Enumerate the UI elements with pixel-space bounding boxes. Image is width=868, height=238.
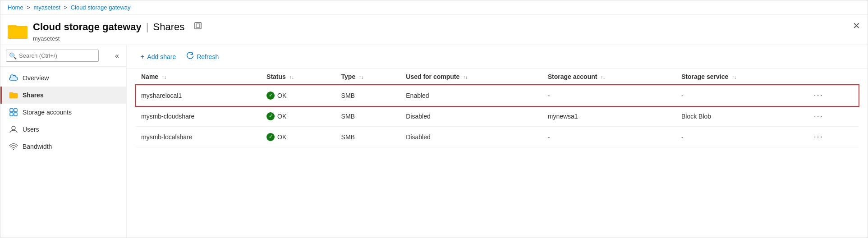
add-share-button[interactable]: + Add share xyxy=(136,50,180,64)
row2-status: ✓ OK xyxy=(261,106,336,127)
svg-point-10 xyxy=(12,126,15,130)
sort-status-icon: ↑↓ xyxy=(289,75,294,80)
row1-storage-service: - xyxy=(676,85,805,106)
row3-status: ✓ OK xyxy=(261,127,336,147)
row1-status: ✓ OK xyxy=(261,85,336,106)
breadcrumb-resource[interactable]: myasetest xyxy=(34,4,60,11)
cloud-icon xyxy=(9,73,18,82)
row1-compute: Enabled xyxy=(400,85,542,106)
row3-name: mysmb-localshare xyxy=(136,127,261,147)
status-dot-ok: ✓ xyxy=(266,92,275,100)
shares-table: Name ↑↓ Status ↑↓ Type ↑↓ xyxy=(136,69,859,147)
pin-button[interactable] xyxy=(190,19,206,34)
person-icon xyxy=(9,125,18,134)
header-separator: | xyxy=(146,21,149,33)
breadcrumb: Home > myasetest > Cloud storage gateway xyxy=(0,0,868,15)
svg-rect-8 xyxy=(10,113,13,116)
sort-type-icon: ↑↓ xyxy=(359,75,363,80)
status-ok: ✓ OK xyxy=(266,112,331,120)
grid-icon xyxy=(9,108,18,117)
row3-actions: ··· xyxy=(805,127,859,147)
page-subtitle: Shares xyxy=(153,21,185,33)
page-resource-name: myasetest xyxy=(33,35,206,42)
sidebar-nav: Overview Shares xyxy=(0,67,126,158)
col-status[interactable]: Status ↑↓ xyxy=(261,69,336,85)
page-title: Cloud storage gateway xyxy=(33,21,142,33)
status-dot-ok: ✓ xyxy=(266,112,275,120)
row2-more-button[interactable]: ··· xyxy=(810,110,827,122)
header-left: Cloud storage gateway | Shares myasetest xyxy=(33,19,206,42)
toolbar: + Add share Refresh xyxy=(127,45,868,69)
svg-rect-9 xyxy=(14,113,17,116)
row3-more-button[interactable]: ··· xyxy=(810,131,827,142)
row3-storage-account: - xyxy=(542,127,676,147)
refresh-label: Refresh xyxy=(197,53,219,60)
row2-storage-account: mynewsa1 xyxy=(542,106,676,127)
status-dot-ok: ✓ xyxy=(266,133,275,141)
sidebar-item-overview-label: Overview xyxy=(23,74,49,82)
table-row[interactable]: mysmb-localshare ✓ OK SMB Disabled - - xyxy=(136,127,859,147)
row1-name: mysharelocal1 xyxy=(136,85,261,106)
row1-type: SMB xyxy=(336,85,401,106)
sidebar: 🔍 « Overview xyxy=(0,45,127,238)
row2-storage-service: Block Blob xyxy=(676,106,805,127)
sidebar-item-storage-accounts-label: Storage accounts xyxy=(23,109,72,116)
sort-compute-icon: ↑↓ xyxy=(463,75,468,80)
row1-storage-account: - xyxy=(542,85,676,106)
svg-rect-5 xyxy=(196,24,200,27)
add-share-label: Add share xyxy=(147,53,176,60)
col-type[interactable]: Type ↑↓ xyxy=(336,69,401,85)
breadcrumb-sep1: > xyxy=(27,4,30,11)
close-button[interactable]: ✕ xyxy=(853,21,860,30)
table-row[interactable]: mysharelocal1 ✓ OK SMB Enabled - - xyxy=(136,85,859,106)
col-actions xyxy=(805,69,859,85)
sort-storage-service-icon: ↑↓ xyxy=(732,75,736,80)
status-ok: ✓ OK xyxy=(266,133,331,141)
svg-rect-3 xyxy=(8,27,28,38)
sort-storage-account-icon: ↑↓ xyxy=(601,75,605,80)
search-wrapper: 🔍 xyxy=(6,50,110,62)
body-layout: 🔍 « Overview xyxy=(0,45,868,238)
table-row[interactable]: mysmb-cloudshare ✓ OK SMB Disabled mynew… xyxy=(136,106,859,127)
sidebar-item-overview[interactable]: Overview xyxy=(0,69,126,87)
svg-point-11 xyxy=(13,149,14,150)
table-container: Name ↑↓ Status ↑↓ Type ↑↓ xyxy=(127,69,868,238)
refresh-button[interactable]: Refresh xyxy=(182,50,223,64)
main-content: + Add share Refresh xyxy=(127,45,868,238)
row2-compute: Disabled xyxy=(400,106,542,127)
row2-actions: ··· xyxy=(805,106,859,127)
search-input[interactable] xyxy=(6,50,99,62)
breadcrumb-home[interactable]: Home xyxy=(8,4,23,11)
wifi-icon xyxy=(9,142,18,151)
col-used-for-compute[interactable]: Used for compute ↑↓ xyxy=(400,69,542,85)
svg-rect-7 xyxy=(14,109,17,112)
sort-name-icon: ↑↓ xyxy=(162,75,166,80)
sidebar-item-users-label: Users xyxy=(23,126,39,133)
sidebar-item-users[interactable]: Users xyxy=(0,121,126,138)
breadcrumb-current[interactable]: Cloud storage gateway xyxy=(71,4,131,11)
row2-type: SMB xyxy=(336,106,401,127)
sidebar-item-storage-accounts[interactable]: Storage accounts xyxy=(0,104,126,121)
row3-compute: Disabled xyxy=(400,127,542,147)
sidebar-item-bandwidth[interactable]: Bandwidth xyxy=(0,138,126,155)
row3-type: SMB xyxy=(336,127,401,147)
header-actions xyxy=(190,19,206,34)
sidebar-search-area: 🔍 « xyxy=(0,45,126,67)
row2-name: mysmb-cloudshare xyxy=(136,106,261,127)
col-name[interactable]: Name ↑↓ xyxy=(136,69,261,85)
page-header: Cloud storage gateway | Shares myasetest… xyxy=(0,15,868,45)
row1-more-button[interactable]: ··· xyxy=(810,90,827,101)
sidebar-item-shares[interactable]: Shares xyxy=(0,87,126,104)
table-body: mysharelocal1 ✓ OK SMB Enabled - - xyxy=(136,85,859,147)
svg-rect-6 xyxy=(10,109,13,112)
table-header-row: Name ↑↓ Status ↑↓ Type ↑↓ xyxy=(136,69,859,85)
breadcrumb-sep2: > xyxy=(64,4,67,11)
sidebar-item-bandwidth-label: Bandwidth xyxy=(23,143,52,150)
row1-actions: ··· xyxy=(805,85,859,106)
col-storage-service[interactable]: Storage service ↑↓ xyxy=(676,69,805,85)
header-title-row: Cloud storage gateway | Shares xyxy=(33,19,206,34)
plus-icon: + xyxy=(140,53,144,61)
status-ok: ✓ OK xyxy=(266,92,331,100)
collapse-button[interactable]: « xyxy=(113,50,121,62)
col-storage-account[interactable]: Storage account ↑↓ xyxy=(542,69,676,85)
